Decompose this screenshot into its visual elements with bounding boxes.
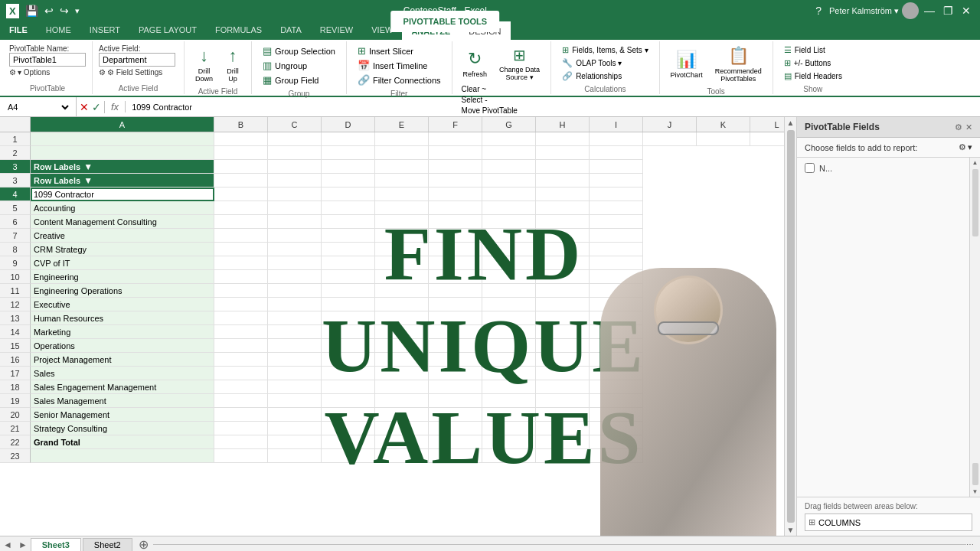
cell-19d[interactable] bbox=[322, 394, 375, 408]
quick-access-save[interactable]: 💾 bbox=[25, 5, 38, 17]
cell-9g[interactable] bbox=[482, 256, 536, 270]
cell-1i[interactable] bbox=[590, 132, 643, 146]
cell-22f[interactable] bbox=[429, 435, 482, 449]
cell-6e[interactable] bbox=[375, 215, 429, 229]
tab-file[interactable]: FILE bbox=[0, 21, 37, 40]
cell-21a[interactable]: Strategy Consulting bbox=[31, 422, 214, 435]
cell-8f[interactable] bbox=[429, 243, 482, 256]
cell-13g[interactable] bbox=[482, 311, 536, 325]
quick-access-more[interactable]: ▾ bbox=[75, 6, 80, 16]
cell-2b[interactable] bbox=[214, 146, 268, 160]
cell-14g[interactable] bbox=[482, 325, 536, 339]
cell-6b[interactable] bbox=[214, 215, 268, 229]
cell-8g[interactable] bbox=[482, 243, 536, 256]
cell-14a[interactable]: Marketing bbox=[31, 325, 214, 339]
cell-23i[interactable] bbox=[590, 449, 643, 463]
cell-23h[interactable] bbox=[536, 449, 590, 463]
cell-7c[interactable] bbox=[268, 229, 322, 243]
cell-21f[interactable] bbox=[429, 422, 482, 435]
tab-formulas[interactable]: FORMULAS bbox=[206, 21, 271, 40]
field-checkbox-n[interactable] bbox=[805, 163, 815, 173]
cell-23c[interactable] bbox=[268, 449, 322, 463]
cell-18b[interactable] bbox=[214, 380, 268, 394]
filter-connections-btn[interactable]: 🔗 Filter Connections bbox=[353, 73, 446, 86]
col-header-k[interactable]: K bbox=[697, 117, 750, 132]
cell-19f[interactable] bbox=[429, 394, 482, 408]
cell-2f[interactable] bbox=[429, 146, 482, 160]
cell-15a[interactable]: Operations bbox=[31, 339, 214, 353]
plus-minus-buttons-btn[interactable]: ⊞ +/- Buttons bbox=[779, 57, 847, 69]
cell-22i[interactable] bbox=[590, 435, 643, 449]
cell-4d[interactable] bbox=[322, 187, 375, 201]
cell-13h[interactable] bbox=[536, 311, 590, 325]
cell-2d[interactable] bbox=[322, 146, 375, 160]
redo-btn[interactable]: ↪ bbox=[60, 5, 69, 17]
col-header-g[interactable]: G bbox=[482, 117, 536, 132]
cell-8b[interactable] bbox=[214, 243, 268, 256]
cell-3c[interactable] bbox=[268, 160, 322, 174]
cell-10c[interactable] bbox=[268, 270, 322, 284]
cell-8h[interactable] bbox=[536, 243, 590, 256]
cell-6d[interactable] bbox=[322, 215, 375, 229]
cell-4g[interactable] bbox=[482, 187, 536, 201]
cell-21c[interactable] bbox=[268, 422, 322, 435]
cell-7b[interactable] bbox=[214, 229, 268, 243]
cell-19b[interactable] bbox=[214, 394, 268, 408]
cell-4c[interactable] bbox=[268, 187, 322, 201]
cell-8a[interactable]: CRM Strategy bbox=[31, 243, 214, 256]
tab-data[interactable]: DATA bbox=[271, 21, 311, 40]
cell-16i[interactable] bbox=[590, 353, 643, 367]
col-header-l[interactable]: L bbox=[750, 117, 784, 132]
minimize-btn[interactable]: — bbox=[922, 3, 937, 18]
cell-3d[interactable] bbox=[322, 160, 375, 174]
cell-19a[interactable]: Sales Management bbox=[31, 394, 214, 408]
cell-5f[interactable] bbox=[429, 201, 482, 215]
restore-btn[interactable]: ❐ bbox=[940, 3, 956, 18]
cell-7d[interactable] bbox=[322, 229, 375, 243]
pivot-panel-gear[interactable]: ⚙▾ bbox=[959, 142, 972, 152]
columns-area[interactable]: ⊞ COLUMNS bbox=[805, 514, 972, 531]
cell-17c[interactable] bbox=[268, 367, 322, 380]
cell-1g[interactable] bbox=[482, 132, 536, 146]
cell-9e[interactable] bbox=[375, 256, 429, 270]
cell-3g[interactable] bbox=[482, 160, 536, 174]
cell-12g[interactable] bbox=[482, 298, 536, 311]
cell-6a[interactable]: Content Management Consulting bbox=[31, 215, 214, 229]
cell-3f[interactable] bbox=[429, 174, 482, 187]
cell-16f[interactable] bbox=[429, 353, 482, 367]
ungroup-btn[interactable]: ▥ Ungroup bbox=[258, 59, 340, 72]
cell-10a[interactable]: Engineering bbox=[31, 270, 214, 284]
cell-14h[interactable] bbox=[536, 325, 590, 339]
cell-13i[interactable] bbox=[590, 311, 643, 325]
cell-18c[interactable] bbox=[268, 380, 322, 394]
cell-12d[interactable] bbox=[322, 298, 375, 311]
cancel-formula-icon[interactable]: ✕ bbox=[80, 101, 89, 113]
cell-12h[interactable] bbox=[536, 298, 590, 311]
col-header-j[interactable]: J bbox=[643, 117, 697, 132]
cell-22h[interactable] bbox=[536, 435, 590, 449]
drill-up-btn[interactable]: ↑ DrillUp bbox=[220, 44, 245, 84]
cell-2a[interactable] bbox=[31, 146, 214, 160]
cell-17g[interactable] bbox=[482, 367, 536, 380]
cell-5e[interactable] bbox=[375, 201, 429, 215]
cell-4e[interactable] bbox=[375, 187, 429, 201]
cell-12e[interactable] bbox=[375, 298, 429, 311]
cell-1e[interactable] bbox=[375, 132, 429, 146]
cell-12i[interactable] bbox=[590, 298, 643, 311]
cell-13f[interactable] bbox=[429, 311, 482, 325]
cell-8d[interactable] bbox=[322, 243, 375, 256]
sheet-tab-sheet3[interactable]: Sheet3 bbox=[31, 538, 81, 551]
cell-7f[interactable] bbox=[429, 229, 482, 243]
cell-23d[interactable] bbox=[322, 449, 375, 463]
cell-9d[interactable] bbox=[322, 256, 375, 270]
cell-4b[interactable] bbox=[214, 187, 268, 201]
cell-17e[interactable] bbox=[375, 367, 429, 380]
cell-11g[interactable] bbox=[482, 284, 536, 298]
cell-15i[interactable] bbox=[590, 339, 643, 353]
cell-11d[interactable] bbox=[322, 284, 375, 298]
cell-3e[interactable] bbox=[375, 160, 429, 174]
cell-18h[interactable] bbox=[536, 380, 590, 394]
cell-21e[interactable] bbox=[375, 422, 429, 435]
cell-16e[interactable] bbox=[375, 353, 429, 367]
vertical-scrollbar[interactable]: ▲ ▼ bbox=[784, 117, 796, 536]
